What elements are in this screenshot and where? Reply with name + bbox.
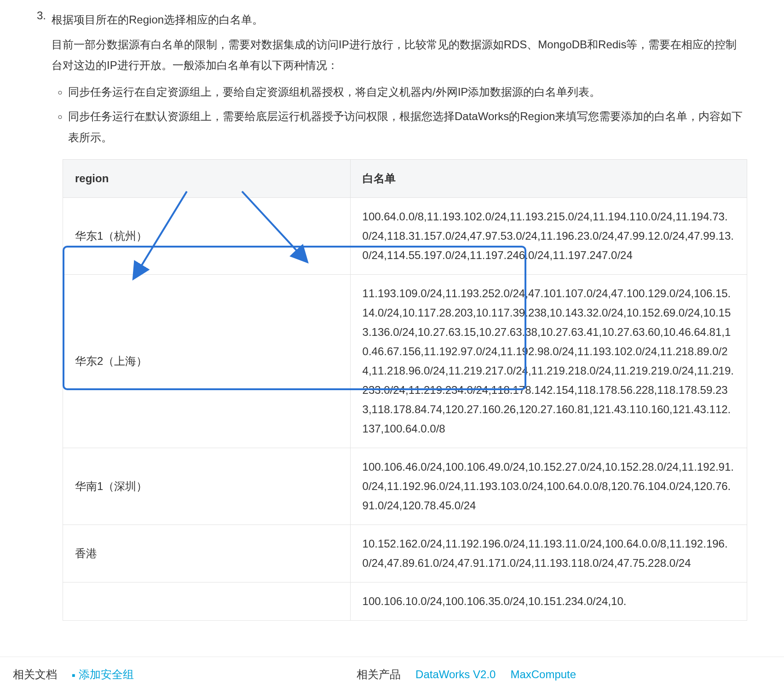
related-docs-label: 相关文档 — [13, 667, 57, 679]
cell-whitelist: 11.193.109.0/24,11.193.252.0/24,47.101.1… — [350, 274, 747, 448]
related-product-link[interactable]: MaxCompute — [510, 668, 576, 679]
step-number: 3. — [37, 9, 46, 621]
table-row: 华东2（上海） 11.193.109.0/24,11.193.252.0/24,… — [63, 274, 747, 448]
th-whitelist: 白名单 — [350, 159, 747, 197]
cell-whitelist: 10.152.162.0/24,11.192.196.0/24,11.193.1… — [350, 525, 747, 582]
th-region: region — [63, 159, 351, 197]
cell-whitelist: 100.106.10.0/24,100.106.35.0/24,10.151.2… — [350, 582, 747, 620]
table-row: 华东1（杭州） 100.64.0.0/8,11.193.102.0/24,11.… — [63, 197, 747, 274]
bullet-item: 同步任务运行在自定资源组上，要给自定资源组机器授权，将自定义机器内/外网IP添加… — [68, 81, 747, 103]
related-docs-link[interactable]: 添加安全组 — [79, 668, 134, 679]
bullet-dot-icon: ■ — [72, 672, 75, 679]
step-desc: 目前一部分数据源有白名单的限制，需要对数据集成的访问IP进行放行，比较常见的数据… — [52, 34, 747, 76]
related-product-link[interactable]: DataWorks V2.0 — [415, 668, 496, 679]
cell-whitelist: 100.64.0.0/8,11.193.102.0/24,11.193.215.… — [350, 197, 747, 274]
step-title: 根据项目所在的Region选择相应的白名单。 — [52, 9, 747, 30]
bullet-item: 同步任务运行在默认资源组上，需要给底层运行机器授予访问权限，根据您选择DataW… — [68, 106, 747, 148]
cell-region: 华东2（上海） — [63, 274, 351, 448]
whitelist-table: region 白名单 华东1（杭州） 100.64.0.0/8,11.193.1… — [63, 159, 747, 621]
cell-region: 华东1（杭州） — [63, 197, 351, 274]
cell-region: 香港 — [63, 525, 351, 582]
table-row: 100.106.10.0/24,100.106.35.0/24,10.151.2… — [63, 582, 747, 620]
footer-bar: 相关文档 ■添加安全组 相关产品 DataWorks V2.0 MaxCompu… — [0, 657, 784, 679]
cell-region: 华南1（深圳） — [63, 448, 351, 525]
related-products-label: 相关产品 — [357, 667, 401, 679]
cell-region — [63, 582, 351, 620]
step-bullets: 同步任务运行在自定资源组上，要给自定资源组机器授权，将自定义机器内/外网IP添加… — [52, 81, 747, 148]
table-row: 香港 10.152.162.0/24,11.192.196.0/24,11.19… — [63, 525, 747, 582]
cell-whitelist: 100.106.46.0/24,100.106.49.0/24,10.152.2… — [350, 448, 747, 525]
table-row: 华南1（深圳） 100.106.46.0/24,100.106.49.0/24,… — [63, 448, 747, 525]
